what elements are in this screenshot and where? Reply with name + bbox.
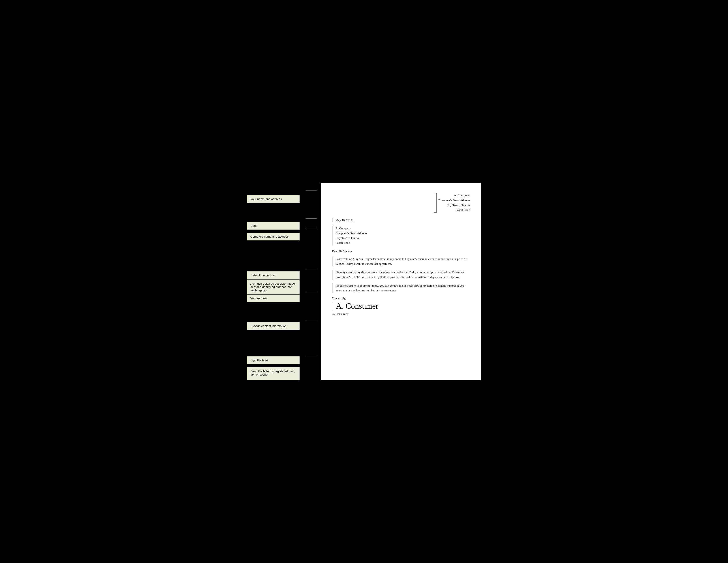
spacer-4	[247, 302, 306, 322]
letter-signature: A. Consumer	[336, 301, 378, 311]
label-item-your-name: Your name and address	[247, 195, 306, 203]
connector-letter-area: A. Consumer Consumer's Street Address Ci…	[306, 183, 481, 380]
signature-row: A. Consumer	[332, 301, 470, 312]
return-address-section: A. Consumer Consumer's Street Address Ci…	[332, 193, 470, 212]
letter-salutation: Dear Sir/Madam:	[332, 249, 470, 253]
label-sign-letter: Sign the letter	[247, 356, 300, 364]
label-detail: As much detail as possible (model or oth…	[247, 279, 300, 294]
page-background: Your name and address Date Company name …	[243, 174, 485, 389]
connector-lines-svg	[306, 183, 321, 415]
spacer-1	[247, 203, 306, 222]
letter-document: A. Consumer Consumer's Street Address Ci…	[321, 183, 481, 380]
company-postal: Postal Code	[336, 240, 470, 245]
company-name: A. Company	[336, 226, 470, 231]
label-item-request: Your request	[247, 295, 306, 302]
label-date-of-contract: Date of the contract	[247, 271, 300, 279]
labels-column: Your name and address Date Company name …	[247, 183, 306, 380]
company-address-block: A. Company Company's Street Address City…	[332, 226, 470, 245]
return-postal: Postal Code	[438, 207, 470, 212]
spacer-2	[247, 229, 306, 233]
sign-bracket	[332, 302, 335, 311]
return-address-text: A. Consumer Consumer's Street Address Ci…	[438, 193, 470, 212]
spacer-6	[247, 364, 306, 367]
label-date: Date	[247, 222, 300, 229]
label-item-company: Company name and address	[247, 233, 306, 240]
letter-para-2: I hereby exercise my right to cancel the…	[332, 270, 470, 280]
label-item-contact: Provide contact information	[247, 322, 306, 330]
return-city: City/Town, Ontario	[438, 203, 470, 207]
letter-para-3-contact: I look forward to your prompt reply. You…	[332, 283, 470, 293]
connectors-column	[306, 183, 321, 380]
label-item-date: Date	[247, 222, 306, 229]
label-item-send: Send the letter by registered mail, fax,…	[247, 367, 306, 380]
letter-closing: Yours truly,	[332, 297, 470, 300]
label-your-name-address: Your name and address	[247, 195, 300, 203]
return-name: A. Consumer	[438, 193, 470, 198]
label-company-name-address: Company name and address	[247, 233, 300, 240]
diagram-container: Your name and address Date Company name …	[247, 183, 481, 380]
company-street: Company's Street Address	[336, 231, 470, 235]
label-send-letter: Send the letter by registered mail, fax,…	[247, 367, 300, 380]
letter-printed-name: A. Consumer	[332, 312, 470, 316]
label-item-detail: As much detail as possible (model or oth…	[247, 279, 306, 294]
label-provide-contact: Provide contact information	[247, 322, 300, 330]
return-address-bracket	[434, 193, 437, 212]
letter-date: May 10, 201X,	[332, 218, 470, 222]
letter-para-1: Last week, on May 5th, I signed a contra…	[332, 256, 470, 266]
return-street: Consumer's Street Address	[438, 198, 470, 203]
label-item-sign: Sign the letter	[247, 356, 306, 364]
company-city: City/Town, Ontario	[336, 235, 470, 240]
label-item-date-contract: Date of the contract	[247, 271, 306, 279]
spacer-3	[247, 240, 306, 271]
label-your-request: Your request	[247, 295, 300, 302]
spacer-5	[247, 330, 306, 356]
